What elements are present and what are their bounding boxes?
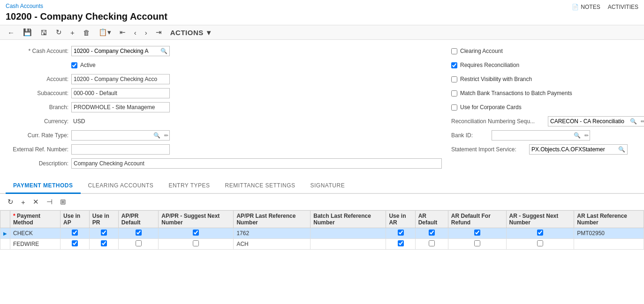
tab-remittance-settings[interactable]: REMITTANCE SETTINGS bbox=[218, 178, 303, 194]
curr-rate-input[interactable] bbox=[72, 131, 152, 140]
notes-button[interactable]: 📄 NOTES bbox=[572, 4, 600, 10]
undo-button[interactable]: ↻ bbox=[54, 27, 64, 37]
prev-button[interactable]: ‹ bbox=[132, 28, 138, 37]
bank-id-edit-icon[interactable]: ✏ bbox=[583, 133, 590, 139]
checkbox-cell[interactable] bbox=[101, 230, 107, 236]
add-button[interactable]: + bbox=[68, 28, 76, 37]
account-input[interactable] bbox=[71, 74, 170, 84]
checkbox-cell[interactable] bbox=[537, 230, 543, 236]
curr-rate-search-icon[interactable]: 🔍 bbox=[152, 132, 162, 139]
checkbox-cell[interactable] bbox=[72, 230, 78, 236]
checkbox-cell[interactable] bbox=[429, 230, 435, 236]
restrict-visibility-row: Restrict Visibility with Branch bbox=[451, 74, 644, 85]
cell bbox=[574, 239, 644, 250]
back-button[interactable]: ← bbox=[6, 28, 16, 37]
cash-account-search[interactable]: 🔍 bbox=[71, 46, 170, 56]
notes-icon: 📄 bbox=[572, 4, 579, 10]
delete-row-button[interactable]: ✕ bbox=[31, 197, 41, 207]
cell: CHECK bbox=[10, 228, 61, 239]
currency-row: Currency: USD bbox=[8, 116, 442, 127]
checkbox-cell[interactable] bbox=[398, 240, 404, 246]
activities-button[interactable]: ACTIVITIES bbox=[608, 4, 638, 10]
checkbox-cell[interactable] bbox=[136, 230, 142, 236]
save-button[interactable]: 💾 bbox=[21, 27, 34, 37]
branch-input[interactable] bbox=[71, 102, 170, 112]
checkbox-cell[interactable] bbox=[101, 240, 107, 246]
currency-value: USD bbox=[71, 117, 87, 126]
checkbox-cell[interactable] bbox=[136, 240, 142, 246]
table-row[interactable]: FEDWIREACH bbox=[0, 239, 644, 250]
col-ar-default: AR Default bbox=[415, 211, 448, 228]
tab-payment-methods[interactable]: PAYMENT METHODS bbox=[6, 178, 81, 194]
statement-import-search[interactable]: 🔍 bbox=[529, 144, 628, 155]
row-arrow-icon: ▶ bbox=[3, 231, 7, 236]
col-indicator bbox=[0, 211, 10, 228]
refresh-button[interactable]: ↻ bbox=[6, 197, 15, 207]
ext-ref-input[interactable] bbox=[71, 144, 170, 155]
tab-entry-types[interactable]: ENTRY TYPES bbox=[161, 178, 217, 194]
breadcrumb[interactable]: Cash Accounts bbox=[0, 0, 644, 10]
row-arrow-cell bbox=[0, 239, 10, 250]
reconciliation-search-icon[interactable]: 🔍 bbox=[628, 118, 639, 125]
reconciliation-search[interactable]: 🔍 ✏ bbox=[548, 116, 644, 126]
checkbox-cell[interactable] bbox=[193, 240, 199, 246]
match-bank-checkbox[interactable] bbox=[451, 90, 457, 96]
save2-button[interactable]: 🖫 bbox=[38, 28, 49, 37]
checkbox-cell[interactable] bbox=[537, 240, 543, 246]
subaccount-label: Subaccount: bbox=[8, 90, 68, 96]
active-row: Active bbox=[71, 59, 442, 71]
export-button[interactable]: ⊞ bbox=[58, 197, 68, 207]
cash-account-search-icon[interactable]: 🔍 bbox=[159, 48, 169, 54]
active-checkbox[interactable] bbox=[71, 62, 77, 68]
ext-ref-label: External Ref. Number: bbox=[8, 146, 68, 153]
last-button[interactable]: ⇥ bbox=[154, 27, 164, 37]
checkbox-cell[interactable] bbox=[193, 230, 199, 236]
col-use-in-ar: Use in AR bbox=[386, 211, 415, 228]
copy-button[interactable]: 📋▾ bbox=[97, 27, 113, 37]
add-row-button[interactable]: + bbox=[19, 197, 27, 207]
form-left: * Cash Account: 🔍 Active Account: bbox=[8, 45, 442, 169]
form-right: Clearing Account Requires Reconciliation… bbox=[442, 45, 644, 169]
col-ap-pr-suggest: AP/PR - Suggest Next Number bbox=[159, 211, 234, 228]
first-button[interactable]: ⇤ bbox=[118, 27, 128, 37]
requires-recon-checkbox[interactable] bbox=[451, 62, 457, 68]
curr-rate-search[interactable]: 🔍 ✏ bbox=[71, 130, 170, 141]
branch-row: Branch: bbox=[8, 102, 442, 113]
col-use-in-ap: Use in AP bbox=[61, 211, 90, 228]
table-row[interactable]: ▶CHECK1762PMT02950 bbox=[0, 228, 644, 239]
reconciliation-edit-icon[interactable]: ✏ bbox=[640, 119, 644, 125]
subaccount-input[interactable] bbox=[71, 88, 170, 98]
tabs-bar: PAYMENT METHODS CLEARING ACCOUNTS ENTRY … bbox=[0, 178, 644, 194]
tab-clearing-accounts[interactable]: CLEARING ACCOUNTS bbox=[81, 178, 161, 194]
bank-id-search[interactable]: 🔍 ✏ bbox=[492, 130, 590, 141]
cash-account-input[interactable] bbox=[72, 46, 159, 56]
delete-button[interactable]: 🗑 bbox=[81, 28, 92, 37]
bank-id-input[interactable] bbox=[492, 131, 572, 140]
use-corporate-checkbox[interactable] bbox=[451, 104, 457, 111]
description-row: Description: bbox=[8, 158, 442, 169]
fit-button[interactable]: ⊣ bbox=[45, 197, 54, 207]
cash-account-label: * Cash Account: bbox=[8, 48, 68, 54]
checkbox-cell[interactable] bbox=[474, 230, 480, 236]
bank-id-row: Bank ID: 🔍 ✏ bbox=[451, 130, 644, 141]
requires-recon-checkbox-row: Requires Reconciliation bbox=[451, 62, 519, 68]
requires-recon-label: Requires Reconciliation bbox=[460, 62, 519, 68]
description-label: Description: bbox=[8, 160, 68, 167]
statement-import-input[interactable] bbox=[530, 145, 616, 154]
bank-id-search-icon[interactable]: 🔍 bbox=[572, 132, 583, 139]
tab-signature[interactable]: SIGNATURE bbox=[303, 178, 353, 194]
curr-rate-edit-icon[interactable]: ✏ bbox=[163, 133, 169, 139]
cell: ACH bbox=[234, 239, 311, 250]
clearing-account-checkbox[interactable] bbox=[451, 48, 457, 54]
next-button[interactable]: › bbox=[143, 28, 149, 37]
reconciliation-input[interactable] bbox=[548, 117, 628, 126]
statement-import-search-icon[interactable]: 🔍 bbox=[616, 146, 627, 153]
description-input[interactable] bbox=[71, 158, 442, 169]
checkbox-cell[interactable] bbox=[398, 230, 404, 236]
restrict-visibility-checkbox[interactable] bbox=[451, 76, 457, 82]
checkbox-cell[interactable] bbox=[72, 240, 78, 246]
checkbox-cell[interactable] bbox=[429, 240, 435, 246]
checkbox-cell[interactable] bbox=[474, 240, 480, 246]
restrict-visibility-label: Restrict Visibility with Branch bbox=[460, 76, 532, 82]
actions-button[interactable]: ACTIONS ▼ bbox=[168, 28, 214, 37]
